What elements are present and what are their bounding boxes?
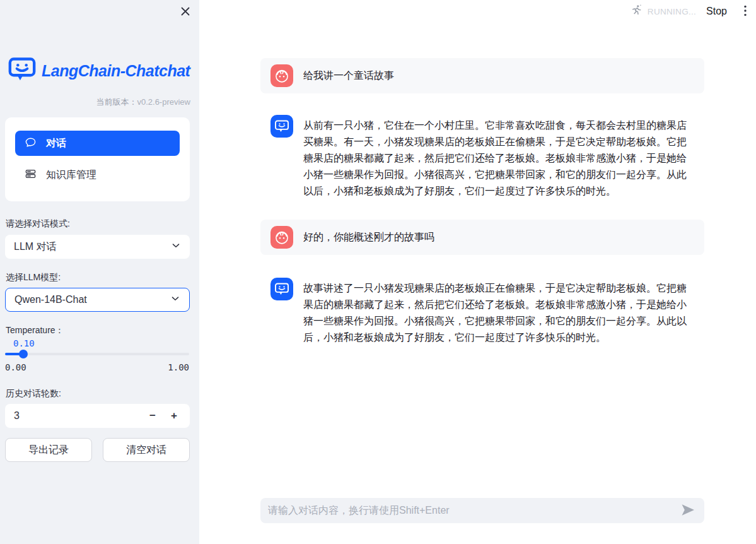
assistant-avatar-icon <box>270 278 293 300</box>
sidebar-item-knowledge-base[interactable]: 知识库管理 <box>15 162 180 187</box>
chat-message-assistant: 从前有一只小猪，它住在一个小村庄里。它非常喜欢吃甜食，每天都会去村里的糖果店买糖… <box>260 115 704 199</box>
status-header: RUNNING... Stop <box>630 4 751 19</box>
temperature-label: Temperature： <box>6 325 64 336</box>
message-text: 给我讲一个童话故事 <box>303 68 394 84</box>
slider-max-label: 1.00 <box>168 362 189 372</box>
temperature-value: 0.10 <box>13 338 35 348</box>
running-man-icon <box>630 4 643 19</box>
chat-message-user: 好的，你能概述刚才的故事吗 <box>260 220 704 255</box>
temperature-slider[interactable] <box>5 349 189 359</box>
dialogue-mode-select[interactable]: LLM 对话 <box>5 235 190 259</box>
increment-button[interactable]: + <box>163 405 185 427</box>
history-rounds-input[interactable]: 3 − + <box>5 404 190 428</box>
llm-model-select[interactable]: Qwen-14B-Chat <box>5 288 190 312</box>
chat-input-container <box>260 498 704 523</box>
close-icon <box>180 6 190 18</box>
sidebar-actions: 导出记录 清空对话 <box>5 438 190 462</box>
chevron-down-icon <box>170 240 182 254</box>
send-icon[interactable] <box>680 504 695 517</box>
version-value: v0.2.6-preview <box>137 97 190 107</box>
user-avatar-icon <box>270 226 293 249</box>
chatchat-logo-icon <box>8 57 36 84</box>
status-text: RUNNING... <box>648 7 696 16</box>
database-icon <box>25 168 37 182</box>
slider-track[interactable] <box>5 353 189 355</box>
assistant-avatar-icon <box>270 115 293 138</box>
nav-card: 对话 知识库管理 <box>5 117 190 201</box>
version-label: 当前版本： <box>96 97 137 107</box>
sidebar-item-dialogue[interactable]: 对话 <box>15 131 180 156</box>
slider-min-label: 0.00 <box>5 362 26 372</box>
history-rounds-label: 历史对话轮数: <box>6 388 61 399</box>
version-text: 当前版本：v0.2.6-preview <box>96 97 190 108</box>
app-title: LangChain-Chatchat <box>42 62 190 80</box>
slider-thumb[interactable] <box>19 350 28 358</box>
decrement-button[interactable]: − <box>142 405 163 427</box>
app-logo: LangChain-Chatchat <box>8 57 190 84</box>
llm-model-label: 选择LLM模型: <box>6 272 61 283</box>
chevron-down-icon <box>170 293 181 307</box>
sidebar: LangChain-Chatchat 当前版本：v0.2.6-preview 对… <box>0 0 199 544</box>
message-text: 故事讲述了一只小猪发现糖果店的老板娘正在偷糖果，于是它决定帮助老板娘。它把糖果店… <box>303 280 694 346</box>
history-rounds-value[interactable]: 3 <box>14 410 142 422</box>
dialogue-mode-value: LLM 对话 <box>14 240 57 254</box>
sidebar-item-label: 对话 <box>46 137 66 150</box>
sidebar-item-label: 知识库管理 <box>46 169 96 182</box>
main-area: RUNNING... Stop 给我讲一个童话故事 <box>199 0 756 544</box>
kebab-menu-icon[interactable] <box>740 5 751 18</box>
chat-bubble-icon <box>25 136 37 151</box>
export-history-button[interactable]: 导出记录 <box>5 438 92 462</box>
message-text: 从前有一只小猪，它住在一个小村庄里。它非常喜欢吃甜食，每天都会去村里的糖果店买糖… <box>303 117 694 199</box>
dialogue-mode-label: 请选择对话模式: <box>6 218 70 230</box>
stop-button[interactable]: Stop <box>706 6 727 17</box>
user-avatar-icon <box>270 64 293 87</box>
chat-message-user: 给我讲一个童话故事 <box>260 58 704 93</box>
slider-range: 0.00 1.00 <box>5 362 189 372</box>
clear-dialogue-button[interactable]: 清空对话 <box>103 438 190 462</box>
app-root: LangChain-Chatchat 当前版本：v0.2.6-preview 对… <box>0 0 756 544</box>
chat-message-assistant: 故事讲述了一只小猪发现糖果店的老板娘正在偷糖果，于是它决定帮助老板娘。它把糖果店… <box>260 278 704 346</box>
sidebar-close-button[interactable] <box>179 6 192 18</box>
chat-input[interactable] <box>268 505 680 516</box>
message-text: 好的，你能概述刚才的故事吗 <box>303 229 434 245</box>
llm-model-value: Qwen-14B-Chat <box>15 294 87 305</box>
